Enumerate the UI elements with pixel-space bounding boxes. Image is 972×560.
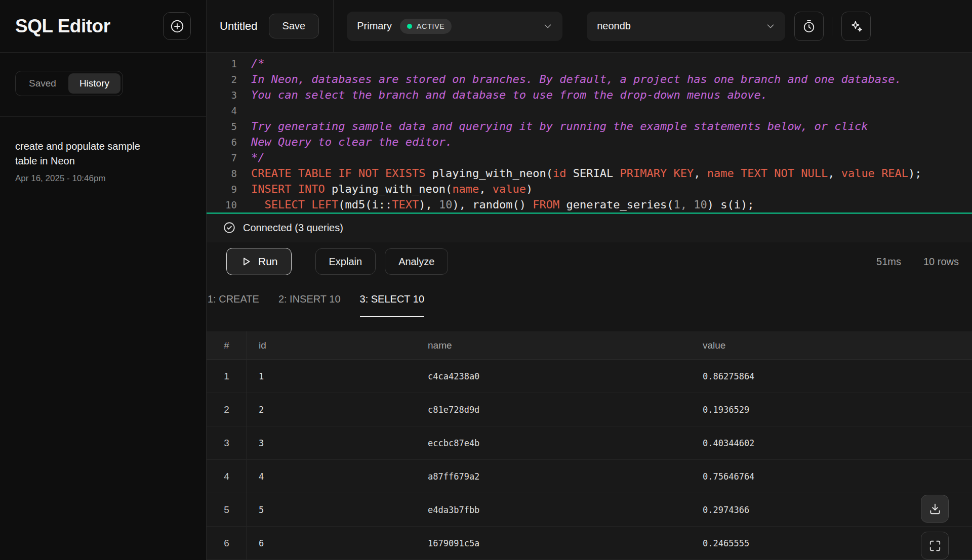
cell-value: 0.86275864	[691, 360, 972, 393]
database-select[interactable]: neondb	[587, 12, 785, 41]
download-results-button[interactable]	[921, 495, 949, 523]
cell-id: 5	[247, 493, 416, 526]
line-number: 5	[207, 121, 237, 132]
code-line-7: 7*/	[207, 150, 972, 165]
branch-status-label: ACTIVE	[417, 22, 444, 30]
sparkles-icon	[849, 19, 863, 33]
history-item-title: create and populate sample table in Neon	[15, 139, 156, 168]
run-button-label: Run	[258, 255, 278, 268]
connection-status-row: Connected (3 queries)	[207, 214, 972, 242]
code-line-1: 1/*	[207, 56, 972, 71]
history-item[interactable]: create and populate sample table in Neon…	[15, 139, 191, 184]
line-number: 4	[207, 105, 237, 116]
topbar: Untitled Save Primary ACTIVE neondb	[207, 0, 972, 53]
result-tab-3-select-10[interactable]: 3: SELECT 10	[360, 281, 424, 317]
code-text: In Neon, databases are stored on branche…	[237, 73, 902, 85]
sidebar: SQL Editor SavedHistory create and popul…	[0, 0, 207, 560]
sql-editor[interactable]: 1/*2In Neon, databases are stored on bra…	[207, 53, 972, 212]
branch-select[interactable]: Primary ACTIVE	[347, 12, 562, 41]
cell-value: 0.75646764	[691, 460, 972, 493]
result-tab-2-insert-10[interactable]: 2: INSERT 10	[278, 281, 341, 317]
branch-name: Primary	[357, 20, 392, 32]
ai-assist-button[interactable]	[841, 12, 871, 41]
line-number: 1	[207, 58, 237, 69]
code-line-2: 2In Neon, databases are stored on branch…	[207, 71, 972, 87]
cell-name: c81e728d9d	[416, 393, 691, 426]
new-query-button[interactable]	[163, 12, 191, 40]
row-index: 6	[207, 527, 247, 559]
table-row: 661679091c5a0.2465555	[207, 527, 972, 560]
chevron-down-icon	[765, 21, 776, 32]
code-line-10: 10 SELECT LEFT(md5(i::TEXT), 10), random…	[207, 197, 972, 212]
main-panel: Untitled Save Primary ACTIVE neondb	[207, 0, 972, 560]
connection-status-text: Connected (3 queries)	[243, 222, 343, 234]
save-button[interactable]: Save	[269, 14, 319, 38]
chevron-down-icon	[542, 21, 553, 32]
analyze-button[interactable]: Analyze	[385, 248, 448, 275]
result-tabs: 1: CREATE2: INSERT 103: SELECT 10	[207, 281, 972, 317]
cell-name: c4ca4238a0	[416, 360, 691, 393]
actions-divider	[304, 250, 304, 273]
code-text: INSERT INTO playing_with_neon(name, valu…	[237, 183, 533, 195]
history-item-timestamp: Apr 16, 2025 - 10:46pm	[15, 174, 191, 184]
line-number: 7	[207, 152, 237, 163]
line-number: 6	[207, 137, 237, 148]
code-text: CREATE TABLE IF NOT EXISTS playing_with_…	[237, 167, 922, 180]
cell-name: e4da3b7fbb	[416, 493, 691, 526]
query-duration: 51ms	[876, 256, 901, 268]
query-history-button[interactable]	[794, 12, 824, 41]
row-index: 5	[207, 493, 247, 526]
sidebar-tabs-section: SavedHistory	[0, 53, 206, 117]
query-meta: 51ms 10 rows	[876, 256, 959, 268]
topbar-divider	[333, 0, 334, 52]
cell-id: 1	[247, 360, 416, 393]
plus-circle-icon	[170, 19, 185, 34]
history-list: create and populate sample table in Neon…	[0, 117, 206, 206]
status-dot-icon	[407, 24, 412, 29]
code-line-3: 3You can select the branch and database …	[207, 87, 972, 103]
play-icon	[240, 255, 252, 268]
cell-name: eccbc87e4b	[416, 426, 691, 459]
code-text: /*	[237, 57, 265, 70]
code-text: Try generating sample data and querying …	[237, 120, 868, 133]
results-section: #idnamevalue 11c4ca4238a00.8627586422c81…	[207, 317, 972, 560]
download-icon	[928, 502, 942, 515]
row-index: 1	[207, 360, 247, 393]
row-index: 4	[207, 460, 247, 493]
sidebar-header: SQL Editor	[0, 0, 206, 53]
table-row: 11c4ca4238a00.86275864	[207, 360, 972, 393]
code-line-8: 8CREATE TABLE IF NOT EXISTS playing_with…	[207, 165, 972, 181]
code-line-6: 6New Query to clear the editor.	[207, 134, 972, 150]
code-lines: 1/*2In Neon, databases are stored on bra…	[207, 56, 972, 212]
run-button[interactable]: Run	[226, 248, 292, 275]
code-line-5: 5Try generating sample data and querying…	[207, 118, 972, 134]
check-circle-icon	[223, 221, 236, 234]
stopwatch-icon	[802, 19, 816, 33]
code-text: SELECT LEFT(md5(i::TEXT), 10), random() …	[237, 198, 754, 211]
code-line-9: 9INSERT INTO playing_with_neon(name, val…	[207, 181, 972, 197]
table-row: 55e4da3b7fbb0.2974366	[207, 493, 972, 527]
cell-name: 1679091c5a	[416, 527, 691, 559]
column-header-id: id	[247, 331, 416, 359]
app-title: SQL Editor	[15, 16, 110, 37]
table-row: 44a87ff679a20.75646764	[207, 460, 972, 493]
topbar-divider	[832, 17, 832, 35]
sidebar-tab-history[interactable]: History	[68, 73, 120, 94]
floating-actions	[921, 495, 949, 559]
code-line-4: 4	[207, 103, 972, 118]
column-header-value: value	[691, 331, 972, 359]
line-number: 9	[207, 184, 237, 195]
query-row-count: 10 rows	[923, 256, 959, 268]
row-index: 2	[207, 393, 247, 426]
branch-status-badge: ACTIVE	[400, 19, 452, 34]
sidebar-tabs: SavedHistory	[15, 71, 123, 96]
expand-icon	[928, 539, 942, 552]
explain-button[interactable]: Explain	[315, 248, 376, 275]
expand-results-button[interactable]	[921, 532, 949, 559]
table-row: 33eccbc87e4b0.40344602	[207, 426, 972, 460]
cell-id: 6	[247, 527, 416, 559]
line-number: 2	[207, 74, 237, 85]
result-tab-1-create[interactable]: 1: CREATE	[208, 281, 259, 317]
cell-value: 0.40344602	[691, 426, 972, 459]
sidebar-tab-saved[interactable]: Saved	[18, 73, 67, 94]
